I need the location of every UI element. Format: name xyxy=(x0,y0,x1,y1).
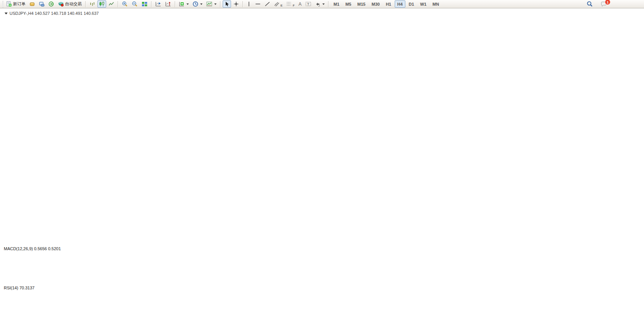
candle xyxy=(442,70,446,74)
fibonacci-button[interactable]: F xyxy=(285,0,296,8)
vertical-line-button[interactable] xyxy=(245,0,253,8)
channel-button[interactable]: E xyxy=(273,0,284,8)
zoom-out-button[interactable] xyxy=(130,0,139,8)
vertical-line-icon xyxy=(247,1,251,7)
candle xyxy=(86,216,91,220)
svg-text:137.230: 137.230 xyxy=(629,126,643,131)
terminal-icon xyxy=(39,1,45,7)
candle xyxy=(454,60,459,70)
horizontal-line-icon xyxy=(255,1,261,7)
text-label-icon: T xyxy=(305,1,311,7)
timeframe-button-m1[interactable]: M1 xyxy=(331,0,342,8)
trendline-button[interactable] xyxy=(263,0,272,8)
svg-text:17 May 20:00: 17 May 20:00 xyxy=(265,320,287,324)
toolbar-gripper[interactable] xyxy=(2,1,3,7)
horizontal-level-lines[interactable] xyxy=(2,10,626,61)
candle xyxy=(267,125,271,129)
timeframe-button-d1[interactable]: D1 xyxy=(406,0,417,8)
candlesticks xyxy=(2,29,519,229)
toolbar: 新订单 自动交易 xyxy=(0,0,644,8)
candle-chart-type-button[interactable] xyxy=(97,0,106,8)
fibonacci-icon xyxy=(286,1,292,7)
timeframe-button-w1[interactable]: W1 xyxy=(418,0,429,8)
line-chart-type-button[interactable] xyxy=(107,0,116,8)
notifications-button[interactable]: 1 xyxy=(599,0,609,8)
new-order-button[interactable]: 新订单 xyxy=(5,0,27,8)
arrows-button[interactable] xyxy=(314,0,326,8)
candle xyxy=(394,87,398,88)
candle xyxy=(56,182,60,185)
separator xyxy=(328,1,329,7)
rsi-level-lines xyxy=(2,292,626,311)
candle xyxy=(38,185,42,194)
svg-text:136.350: 136.350 xyxy=(629,151,643,156)
timeframe-button-mn[interactable]: MN xyxy=(430,0,442,8)
zoom-in-button[interactable] xyxy=(120,0,129,8)
candle xyxy=(32,194,36,202)
price-axis[interactable]: 141.190140.750140.310139.870139.430138.9… xyxy=(626,9,644,318)
fibonacci-suffix-label: F xyxy=(293,4,295,7)
chart-window-button[interactable] xyxy=(28,0,37,8)
periods-button[interactable] xyxy=(191,0,204,8)
text-button[interactable]: A xyxy=(297,0,303,8)
candle xyxy=(412,91,416,96)
chart-shift-button[interactable] xyxy=(164,0,173,8)
candle xyxy=(50,181,54,184)
svg-text:139.430: 139.430 xyxy=(629,63,643,68)
candle xyxy=(358,101,362,112)
candle xyxy=(515,32,519,35)
timeframe-button-h4[interactable]: H4 xyxy=(395,0,405,8)
svg-text:140.015: 140.015 xyxy=(628,47,642,51)
auto-scroll-button[interactable] xyxy=(154,0,163,8)
window-bottom-edge xyxy=(0,325,644,327)
svg-text:138.550: 138.550 xyxy=(629,89,643,93)
candle xyxy=(485,46,489,51)
svg-text:138.990: 138.990 xyxy=(629,76,643,81)
candle xyxy=(400,87,404,91)
macd-signal-line xyxy=(4,249,517,281)
candle xyxy=(116,210,121,223)
candle xyxy=(123,210,127,213)
tile-windows-button[interactable] xyxy=(140,0,149,8)
svg-text:18 May 12:00: 18 May 12:00 xyxy=(289,320,311,324)
bar-chart-icon xyxy=(89,1,95,7)
terminal-button[interactable] xyxy=(37,0,46,8)
timeframe-group: M1M5M15M30H1H4D1W1MN xyxy=(330,0,442,8)
svg-text:133.710: 133.710 xyxy=(629,227,643,232)
candle xyxy=(382,89,386,90)
text-label-button[interactable]: T xyxy=(304,0,313,8)
candle xyxy=(322,97,326,108)
indicators-button[interactable] xyxy=(177,0,190,8)
timeframe-button-h1[interactable]: H1 xyxy=(383,0,394,8)
price-chart[interactable]: 141.190140.750140.310139.870139.430138.9… xyxy=(0,0,644,327)
horizontal-line-button[interactable] xyxy=(253,0,262,8)
notification-badge: 1 xyxy=(605,0,611,5)
search-button[interactable] xyxy=(585,0,595,8)
candle xyxy=(140,205,145,208)
timeframe-button-m5[interactable]: M5 xyxy=(343,0,354,8)
candle xyxy=(165,167,169,170)
timeframe-button-m15[interactable]: M15 xyxy=(355,0,368,8)
svg-text:9 May 04:00: 9 May 04:00 xyxy=(24,320,44,324)
timeframe-button-m30[interactable]: M30 xyxy=(369,0,382,8)
crosshair-button[interactable] xyxy=(232,0,241,8)
candle xyxy=(309,91,314,103)
add-indicator-icon xyxy=(179,1,185,7)
bar-chart-type-button[interactable] xyxy=(88,0,97,8)
candle xyxy=(171,167,175,170)
candle xyxy=(370,88,374,91)
candle xyxy=(195,159,199,163)
templates-button[interactable] xyxy=(205,0,218,8)
candle xyxy=(153,171,157,176)
svg-text:15 May 20:00: 15 May 20:00 xyxy=(192,320,214,324)
autotrading-button[interactable]: 自动交易 xyxy=(56,0,83,8)
svg-text:134.590: 134.590 xyxy=(629,202,643,206)
candle xyxy=(340,117,344,118)
signals-button[interactable] xyxy=(47,0,56,8)
svg-text:138.110: 138.110 xyxy=(629,101,643,106)
text-tool-icon: A xyxy=(298,2,301,7)
candle xyxy=(201,163,205,166)
tile-windows-icon xyxy=(142,1,148,7)
cursor-button[interactable] xyxy=(223,0,231,8)
time-axis[interactable]: 8 May 20239 May 04:009 May 20:0010 May 1… xyxy=(1,317,528,324)
